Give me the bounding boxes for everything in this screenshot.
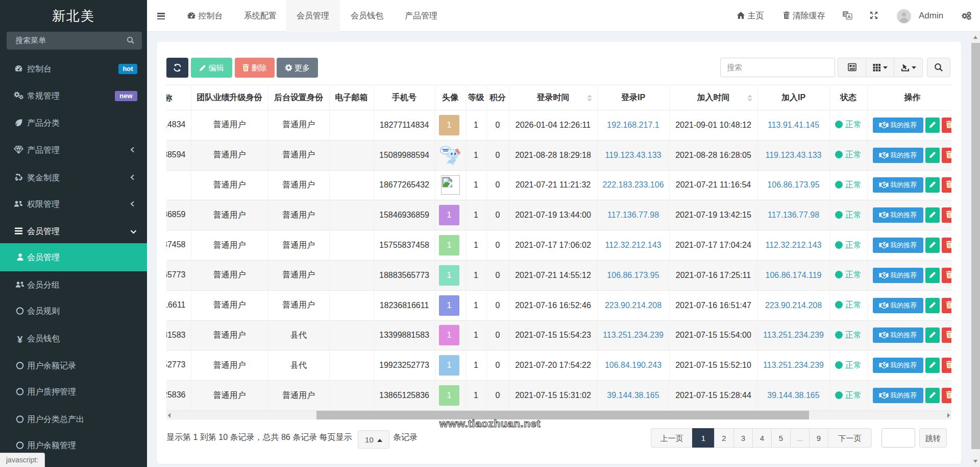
svg-text:A: A: [847, 14, 851, 19]
